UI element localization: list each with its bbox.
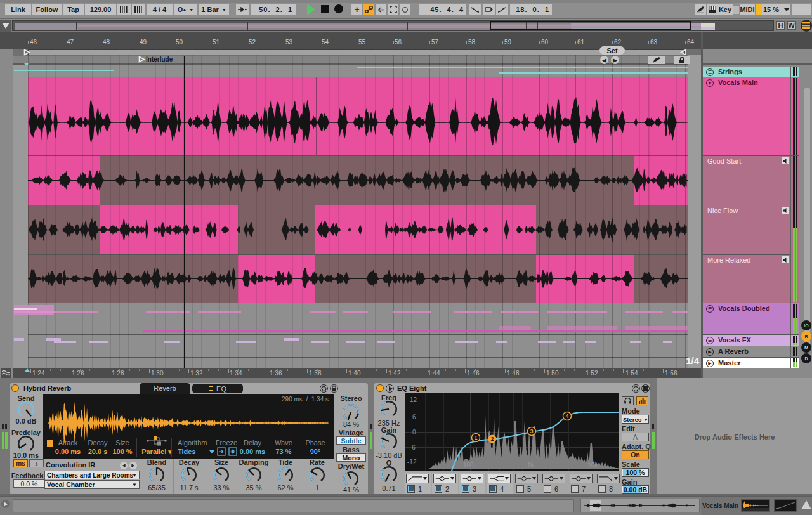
- svg-text:4: 4: [565, 413, 568, 419]
- svg-text:3: 3: [530, 428, 533, 434]
- svg-text:1: 1: [474, 434, 477, 441]
- svg-text:2: 2: [490, 436, 494, 442]
